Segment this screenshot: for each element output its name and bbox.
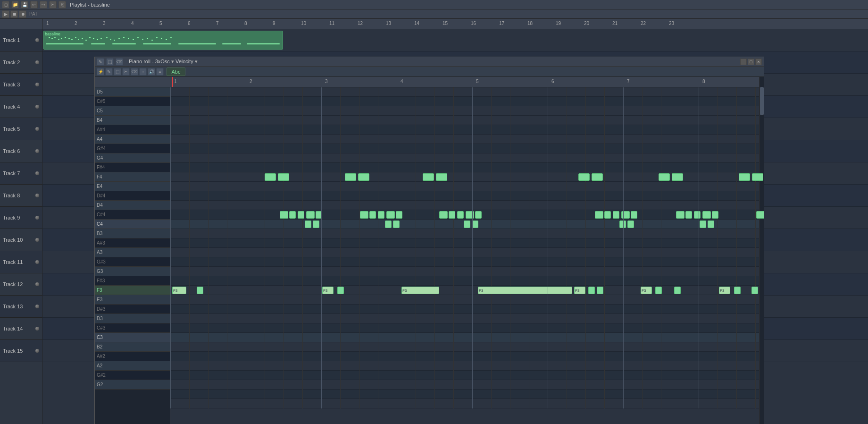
key-Gs4[interactable]: G#4: [95, 144, 170, 153]
tb2-btn1[interactable]: ▶: [2, 10, 9, 18]
note-F3-8[interactable]: F3: [641, 287, 652, 294]
track-11-knob[interactable]: [35, 260, 39, 264]
note-F4-10[interactable]: [672, 173, 683, 181]
track-2-knob[interactable]: [35, 60, 39, 64]
key-F3[interactable]: F3: [95, 286, 170, 295]
track-5-knob[interactable]: [35, 127, 39, 131]
track-8-knob[interactable]: [35, 194, 39, 197]
key-Fs3[interactable]: F#3: [95, 276, 170, 286]
key-C5[interactable]: C5: [95, 106, 170, 116]
note-Cs4-18[interactable]: [613, 211, 619, 219]
note-F4-7[interactable]: [578, 173, 590, 181]
note-F4-9[interactable]: [659, 173, 670, 181]
key-As4[interactable]: A#4: [95, 125, 170, 135]
note-F3-short-1[interactable]: F3: [172, 287, 186, 294]
key-G3[interactable]: G3: [95, 267, 170, 276]
note-F4-2[interactable]: [278, 173, 289, 181]
note-F3-5[interactable]: F3: [574, 287, 585, 294]
note-F4-3[interactable]: [345, 173, 356, 181]
note-Cs4-23[interactable]: [694, 211, 701, 219]
note-Cs4-9[interactable]: [386, 211, 395, 219]
key-D3[interactable]: D3: [95, 314, 170, 323]
note-Cs4-19[interactable]: [621, 211, 630, 219]
pr-tb-btn3[interactable]: ⬚: [114, 68, 121, 76]
note-C4-6[interactable]: [472, 220, 478, 228]
note-Cs4-1[interactable]: [280, 211, 288, 219]
pr-tb-btn2[interactable]: ✎: [105, 68, 113, 76]
key-Ds3[interactable]: D#3: [95, 305, 170, 314]
key-E3[interactable]: E3: [95, 295, 170, 305]
key-C4[interactable]: C4: [95, 220, 170, 229]
open-btn[interactable]: 📁: [11, 1, 19, 8]
cut-btn[interactable]: ✂: [49, 1, 57, 8]
note-Cs4-24[interactable]: [702, 211, 711, 219]
save-btn[interactable]: 💾: [21, 1, 28, 8]
note-Cs4-4[interactable]: [306, 211, 315, 219]
note-Cs4-15[interactable]: [475, 211, 482, 219]
note-C4-2[interactable]: [313, 220, 319, 228]
track-7-knob[interactable]: [35, 171, 39, 175]
track-15-knob[interactable]: [35, 349, 39, 353]
key-D5[interactable]: D5: [95, 87, 170, 97]
note-C4-8[interactable]: [627, 220, 634, 228]
key-Cs4[interactable]: C#4: [95, 210, 170, 220]
track-4-knob[interactable]: [35, 105, 39, 109]
note-Cs4-3[interactable]: [298, 211, 304, 219]
pr-tb-btn6[interactable]: ↔: [139, 68, 147, 76]
note-C4-4[interactable]: [393, 220, 400, 228]
note-C4-9[interactable]: [700, 220, 706, 228]
note-Cs4-8[interactable]: [378, 211, 384, 219]
note-F3-2[interactable]: [197, 287, 203, 294]
pr-minimize-btn[interactable]: _: [740, 59, 747, 65]
new-btn[interactable]: ◻: [2, 1, 9, 8]
redo-btn[interactable]: ↪: [40, 1, 47, 8]
note-F4-5[interactable]: [423, 173, 434, 181]
note-Cs4-22[interactable]: [685, 211, 692, 219]
note-Cs4-26[interactable]: [756, 211, 764, 219]
pr-eraser-btn[interactable]: ⌫: [116, 58, 123, 66]
key-Gs3[interactable]: G#3: [95, 257, 170, 267]
note-Cs4-20[interactable]: [631, 211, 637, 219]
track-10-knob[interactable]: [35, 238, 39, 242]
track-9-knob[interactable]: [35, 216, 39, 220]
note-F3-11[interactable]: F3: [719, 287, 730, 294]
key-A4[interactable]: A4: [95, 135, 170, 144]
note-Cs4-17[interactable]: [604, 211, 611, 219]
key-Gs2[interactable]: G#2: [95, 371, 170, 380]
note-C4-3[interactable]: [385, 220, 392, 228]
note-F3-13[interactable]: [751, 287, 758, 294]
track-13-knob[interactable]: [35, 305, 39, 308]
note-Cs4-11[interactable]: [439, 211, 448, 219]
key-F4[interactable]: F4: [95, 172, 170, 182]
note-F4-1[interactable]: [265, 173, 276, 181]
note-C4-1[interactable]: [305, 220, 311, 228]
track-12-knob[interactable]: [35, 282, 39, 286]
undo-btn[interactable]: ↩: [30, 1, 38, 8]
pr-tb-btn4[interactable]: ✂: [122, 68, 130, 76]
note-F3-7[interactable]: [597, 287, 603, 294]
note-F3-3[interactable]: F3: [322, 287, 334, 294]
key-G4[interactable]: G4: [95, 153, 170, 163]
note-Cs4-13[interactable]: [457, 211, 464, 219]
bassline-block[interactable]: bassline: [43, 31, 283, 50]
key-Cs5[interactable]: C#5: [95, 97, 170, 106]
note-Cs4-7[interactable]: [369, 211, 376, 219]
note-Cs4-25[interactable]: [712, 211, 718, 219]
key-B2[interactable]: B2: [95, 342, 170, 352]
note-F3-long-1[interactable]: F3: [401, 287, 439, 294]
note-F3-4[interactable]: [337, 287, 344, 294]
tb2-btn3[interactable]: ⏺: [19, 10, 26, 18]
note-F4-6[interactable]: [436, 173, 447, 181]
note-Cs4-2[interactable]: [289, 211, 296, 219]
note-F3-12[interactable]: [734, 287, 741, 294]
pr-tb-btn7[interactable]: 🔊: [148, 68, 155, 76]
note-Cs4-21[interactable]: [676, 211, 684, 219]
note-C4-10[interactable]: [708, 220, 714, 228]
key-Ds4[interactable]: D#4: [95, 191, 170, 201]
key-G2[interactable]: G2: [95, 380, 170, 390]
note-Cs4-14[interactable]: [466, 211, 474, 219]
pr-scrollbar-thumb[interactable]: [760, 87, 764, 115]
key-As3[interactable]: A#3: [95, 238, 170, 248]
note-F3-9[interactable]: [655, 287, 662, 294]
note-C4-5[interactable]: [464, 220, 470, 228]
